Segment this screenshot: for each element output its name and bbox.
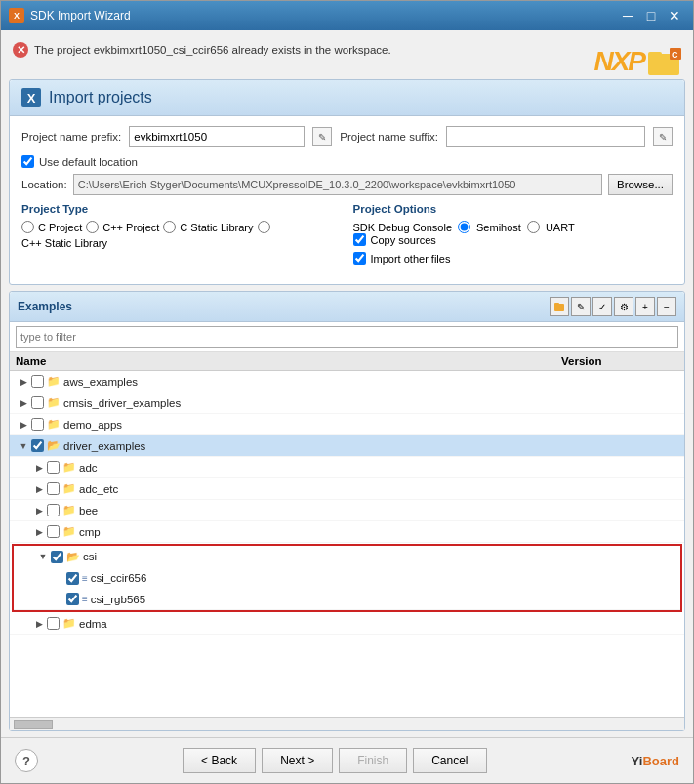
suffix-edit-button[interactable]: ✎ <box>653 127 673 146</box>
tree-row[interactable]: ▶ 📁 adc <box>10 457 684 478</box>
toolbar-edit-btn[interactable]: ✎ <box>571 297 591 316</box>
cancel-button[interactable]: Cancel <box>413 748 486 773</box>
adc-checkbox[interactable] <box>47 461 60 474</box>
csi-ccir656-checkbox[interactable] <box>66 572 79 585</box>
header-area: ✕ The project evkbimxrt1050_csi_ccir656 … <box>1 30 693 79</box>
use-default-location-checkbox[interactable] <box>21 155 34 168</box>
uart-radio[interactable] <box>527 221 540 233</box>
back-button[interactable]: < Back <box>183 748 256 773</box>
import-other-files-checkbox[interactable] <box>353 252 366 265</box>
prefix-edit-button[interactable]: ✎ <box>312 127 332 146</box>
prefix-label: Project name prefix: <box>21 131 121 143</box>
copy-sources-checkbox[interactable] <box>353 233 366 246</box>
window-controls: ─ □ ✕ <box>617 5 685 26</box>
bee-label: bee <box>79 505 98 516</box>
expand-demo-btn[interactable]: ▶ <box>18 419 29 431</box>
cpp-project-radio[interactable] <box>86 221 99 233</box>
tree-row[interactable]: ▶ 📁 adc_etc <box>10 478 684 500</box>
svg-text:C: C <box>672 50 678 60</box>
driver-checkbox[interactable] <box>31 439 44 452</box>
col-version-header: Version <box>561 355 678 367</box>
sdk-debug-console-label: SDK Debug Console <box>353 222 453 233</box>
csi-rgb565-label: csi_rgb565 <box>91 594 145 605</box>
demo-checkbox[interactable] <box>31 418 44 431</box>
cmsis-folder-icon: 📁 <box>47 396 61 409</box>
tree-row[interactable]: ▶ 📁 cmp <box>10 521 684 543</box>
cmp-checkbox[interactable] <box>47 525 60 538</box>
c-static-lib-radio[interactable] <box>163 221 176 233</box>
driver-folder-icon: 📂 <box>47 439 61 452</box>
expand-edma-btn[interactable]: ▶ <box>33 618 45 630</box>
two-column-area: Project Type C Project C++ Project C Sta… <box>21 203 673 270</box>
svg-rect-1 <box>648 52 662 58</box>
use-default-location-row: Use default location <box>21 155 673 168</box>
bee-checkbox[interactable] <box>47 504 60 516</box>
csi-label: csi <box>83 551 97 562</box>
project-name-prefix-input[interactable] <box>129 126 305 147</box>
tree-row[interactable]: ▶ ≡ csi_ccir656 <box>14 567 680 589</box>
help-button[interactable]: ? <box>15 749 38 772</box>
toolbar-remove-btn[interactable]: − <box>657 297 676 316</box>
import-section: X Import projects Project name prefix: ✎… <box>9 79 685 285</box>
title-bar: X SDK Import Wizard ─ □ ✕ <box>1 1 693 30</box>
semihost-radio[interactable] <box>458 221 470 233</box>
col-name-header: Name <box>16 355 561 367</box>
close-button[interactable]: ✕ <box>664 5 685 26</box>
error-text: The project evkbimxrt1050_csi_ccir656 al… <box>34 44 391 56</box>
aws-checkbox[interactable] <box>31 375 44 388</box>
expand-bee-btn[interactable]: ▶ <box>33 505 45 516</box>
copy-sources-label: Copy sources <box>371 234 436 246</box>
demo-label: demo_apps <box>63 419 122 431</box>
finish-button[interactable]: Finish <box>339 748 407 773</box>
expand-cmp-btn[interactable]: ▶ <box>33 526 45 538</box>
tree-row[interactable]: ▶ ≡ csi_rgb565 <box>14 589 680 610</box>
toolbar-settings-btn[interactable]: ⚙ <box>614 297 633 316</box>
location-label: Location: <box>21 179 67 190</box>
expand-adc-btn[interactable]: ▶ <box>33 462 45 474</box>
toolbar-folder-btn[interactable] <box>550 297 569 316</box>
tree-row[interactable]: ▶ 📁 edma <box>10 613 684 635</box>
minimize-button[interactable]: ─ <box>617 5 638 26</box>
window-body: ✕ The project evkbimxrt1050_csi_ccir656 … <box>1 30 693 783</box>
scrollbar-thumb[interactable] <box>14 720 53 729</box>
expand-adcetc-btn[interactable]: ▶ <box>33 483 45 495</box>
c-static-library-label: C Static Library <box>180 222 253 233</box>
cmsis-label: cmsis_driver_examples <box>63 397 181 409</box>
adcetc-folder-icon: 📁 <box>62 482 76 495</box>
csi-ccir656-file-icon: ≡ <box>82 573 88 584</box>
tree-row[interactable]: ▶ 📁 demo_apps <box>10 414 684 435</box>
expand-driver-btn[interactable]: ▼ <box>18 440 29 452</box>
cmsis-checkbox[interactable] <box>31 396 44 409</box>
nxp-folder-icon: C <box>646 44 681 79</box>
expand-aws-btn[interactable]: ▶ <box>18 376 29 388</box>
csi-rgb565-checkbox[interactable] <box>66 593 79 605</box>
expand-cmsis-btn[interactable]: ▶ <box>18 397 29 409</box>
edma-checkbox[interactable] <box>47 617 60 630</box>
csi-checkbox[interactable] <box>51 551 63 563</box>
browse-button[interactable]: Browse... <box>608 174 673 195</box>
tree-row[interactable]: ▼ 📂 driver_examples <box>10 435 684 457</box>
cmp-folder-icon: 📁 <box>62 525 76 538</box>
c-project-radio[interactable] <box>21 221 34 233</box>
expand-csi-btn[interactable]: ▼ <box>37 551 49 562</box>
horizontal-scrollbar[interactable] <box>10 717 684 730</box>
import-other-files-label: Import other files <box>371 253 451 265</box>
tree-row[interactable]: ▼ 📂 csi <box>14 546 680 567</box>
maximize-button[interactable]: □ <box>640 5 662 26</box>
yiboard-logo: YiBoard <box>632 754 679 768</box>
adcetc-checkbox[interactable] <box>47 482 60 495</box>
project-name-row: Project name prefix: ✎ Project name suff… <box>21 126 673 147</box>
tree-row[interactable]: ▶ 📁 aws_examples <box>10 371 684 392</box>
svg-rect-5 <box>554 303 559 306</box>
location-input[interactable] <box>73 174 602 195</box>
cpp-static-lib-radio[interactable] <box>258 221 270 233</box>
tree-row[interactable]: ▶ 📁 bee <box>10 500 684 521</box>
project-name-suffix-input[interactable] <box>446 126 645 147</box>
tree-row[interactable]: ▶ 📁 cmsis_driver_examples <box>10 392 684 414</box>
toolbar-add-btn[interactable]: + <box>635 297 655 316</box>
toolbar-check-btn[interactable]: ✓ <box>592 297 612 316</box>
tree-container[interactable]: Name Version ▶ 📁 aws_examples ▶ 📁 <box>10 351 684 717</box>
examples-toolbar: ✎ ✓ ⚙ + − <box>550 297 676 316</box>
next-button[interactable]: Next > <box>262 748 333 773</box>
filter-input[interactable] <box>16 326 678 348</box>
